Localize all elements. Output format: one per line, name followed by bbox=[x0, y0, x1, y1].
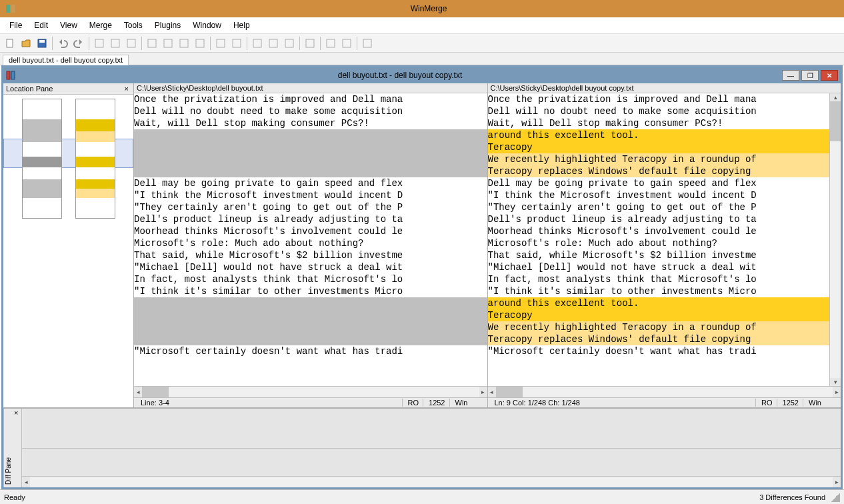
text-line: "They certainly aren't going to get out … bbox=[134, 201, 487, 213]
svg-rect-13 bbox=[233, 39, 241, 47]
toolbar-sw-button[interactable] bbox=[303, 36, 317, 51]
text-line: Dell's product lineup is already adjusti… bbox=[134, 213, 487, 225]
right-status: Ln: 9 Col: 1/248 Ch: 1/248 RO 1252 Win bbox=[488, 397, 841, 407]
toolbar-m1-button[interactable] bbox=[145, 36, 159, 51]
toolbar-diff3-button[interactable] bbox=[124, 36, 139, 51]
svg-rect-22 bbox=[11, 71, 15, 79]
text-line: Moorhead thinks Microsoft's involvement … bbox=[488, 225, 830, 237]
text-line: Teracopy bbox=[488, 141, 830, 153]
svg-rect-20 bbox=[363, 39, 371, 47]
left-status-eol: Win bbox=[451, 399, 485, 407]
workspace: dell buyout.txt - dell buyout copy.txt —… bbox=[1, 65, 843, 489]
text-line: In fact, most analysts think that Micros… bbox=[134, 273, 487, 285]
menu-view[interactable]: View bbox=[55, 19, 83, 32]
menu-window[interactable]: Window bbox=[187, 19, 227, 32]
text-line: Dell's product lineup is already adjusti… bbox=[488, 213, 830, 225]
menu-file[interactable]: File bbox=[4, 19, 27, 32]
resize-grip[interactable] bbox=[831, 493, 840, 502]
diff-pane-label: Diff Pane bbox=[3, 409, 13, 487]
toolbar-n1-button[interactable] bbox=[213, 36, 228, 51]
status-left: Ready bbox=[4, 493, 759, 501]
svg-rect-5 bbox=[95, 39, 103, 47]
toolbar-m2-button[interactable] bbox=[161, 36, 175, 51]
text-line: around this excellent tool. bbox=[488, 297, 830, 309]
text-line: "I think the Microsoft investment would … bbox=[488, 189, 830, 201]
svg-rect-17 bbox=[306, 39, 314, 47]
toolbar-diff2-button[interactable] bbox=[108, 36, 123, 51]
toolbar-save-button[interactable] bbox=[35, 36, 49, 51]
text-line bbox=[134, 141, 487, 153]
svg-rect-15 bbox=[269, 39, 277, 47]
location-map[interactable] bbox=[3, 95, 133, 407]
toolbar-redo-button[interactable] bbox=[71, 36, 86, 51]
svg-rect-2 bbox=[7, 39, 13, 47]
menu-help[interactable]: Help bbox=[228, 19, 255, 32]
right-pane: C:\Users\Sticky\Desktop\dell buyout copy… bbox=[488, 83, 841, 407]
svg-rect-9 bbox=[164, 39, 172, 47]
doc-title: dell buyout.txt - dell buyout copy.txt bbox=[18, 71, 782, 80]
text-line bbox=[134, 165, 487, 177]
toolbar-diff1-button[interactable] bbox=[92, 36, 107, 51]
text-line: In fact, most analysts think that Micros… bbox=[488, 273, 830, 285]
text-line: Moorhead thinks Microsoft's involvement … bbox=[134, 225, 487, 237]
toolbar-open-button[interactable] bbox=[19, 36, 33, 51]
diff-pane-close[interactable]: × bbox=[14, 409, 18, 417]
statusbar: Ready 3 Differences Found bbox=[0, 489, 844, 504]
close-button[interactable]: ✕ bbox=[821, 70, 838, 81]
left-hscroll[interactable]: ◂▸ bbox=[134, 386, 487, 397]
toolbar-undo-button[interactable] bbox=[55, 36, 70, 51]
toolbar-n5-button[interactable] bbox=[282, 36, 297, 51]
doc-tab[interactable]: dell buyout.txt - dell buyout copy.txt bbox=[3, 55, 129, 65]
svg-rect-16 bbox=[285, 39, 293, 47]
right-path: C:\Users\Sticky\Desktop\dell buyout copy… bbox=[488, 83, 841, 93]
toolbar bbox=[0, 34, 844, 53]
left-text[interactable]: Once the privatization is improved and D… bbox=[134, 93, 487, 386]
right-text[interactable]: Once the privatization is improved and D… bbox=[488, 93, 830, 386]
toolbar-p1-button[interactable] bbox=[323, 36, 338, 51]
minimize-button[interactable]: — bbox=[782, 70, 799, 81]
diff-hscroll[interactable]: ◂▸ bbox=[22, 476, 841, 487]
toolbar-n2-button[interactable] bbox=[229, 36, 244, 51]
svg-rect-11 bbox=[196, 39, 204, 47]
toolbar-n4-button[interactable] bbox=[266, 36, 281, 51]
right-status-eol: Win bbox=[805, 399, 838, 407]
toolbar-p2-button[interactable] bbox=[339, 36, 354, 51]
toolbar-ref-button[interactable] bbox=[360, 36, 375, 51]
diff-row-bottom[interactable]: ◂▸ bbox=[22, 449, 841, 488]
maximize-button[interactable]: ❐ bbox=[801, 70, 819, 81]
text-line bbox=[134, 129, 487, 141]
text-line: Dell will no doubt need to make some acq… bbox=[134, 105, 487, 117]
location-pane-close[interactable]: × bbox=[123, 85, 131, 93]
text-line: "Michael [Dell] would not have struck a … bbox=[134, 261, 487, 273]
left-status-pos: Line: 3-4 bbox=[137, 399, 403, 407]
menu-edit[interactable]: Edit bbox=[29, 19, 53, 32]
text-line: "I think the Microsoft investment would … bbox=[134, 189, 487, 201]
svg-rect-10 bbox=[180, 39, 188, 47]
doc-icon bbox=[6, 71, 15, 80]
app-icon bbox=[5, 3, 16, 14]
menu-tools[interactable]: Tools bbox=[119, 19, 148, 32]
svg-rect-21 bbox=[7, 71, 10, 79]
text-line: Teracopy bbox=[488, 309, 830, 321]
right-vscroll[interactable]: ▴▾ bbox=[829, 93, 841, 386]
right-status-ro: RO bbox=[757, 399, 777, 407]
text-line: Wait, will Dell stop making consumer PCs… bbox=[488, 117, 830, 129]
diff-area: C:\Users\Sticky\Desktop\dell buyout.txt … bbox=[134, 83, 841, 407]
menu-plugins[interactable]: Plugins bbox=[149, 19, 186, 32]
svg-rect-0 bbox=[6, 5, 10, 13]
text-line: Dell may be going private to gain speed … bbox=[488, 177, 830, 189]
toolbar-n3-button[interactable] bbox=[250, 36, 265, 51]
location-left-column bbox=[22, 99, 62, 219]
text-line: Dell will no doubt need to make some acq… bbox=[488, 105, 830, 117]
diff-row-top[interactable] bbox=[22, 409, 841, 449]
menu-merge[interactable]: Merge bbox=[84, 19, 117, 32]
toolbar-m4-button[interactable] bbox=[193, 36, 207, 51]
menubar: FileEditViewMergeToolsPluginsWindowHelp bbox=[0, 17, 844, 34]
toolbar-m3-button[interactable] bbox=[177, 36, 191, 51]
text-line: We recently highlighted Teracopy in a ro… bbox=[488, 153, 830, 165]
text-line: "Michael [Dell] would not have struck a … bbox=[488, 261, 830, 273]
text-line: Dell may be going private to gain speed … bbox=[134, 177, 487, 189]
tabbar: dell buyout.txt - dell buyout copy.txt bbox=[0, 53, 844, 65]
right-hscroll[interactable]: ◂▸ bbox=[488, 386, 841, 397]
toolbar-new-button[interactable] bbox=[3, 36, 17, 51]
